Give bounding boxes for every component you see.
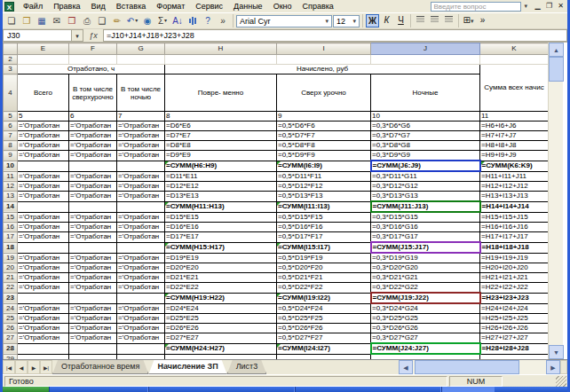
cell[interactable]: =D7*E7	[165, 131, 277, 141]
column-header-K[interactable]: K	[480, 43, 549, 55]
cell[interactable]: =H15+I15+J15	[480, 212, 549, 223]
formula-input[interactable]: =J10+J14+J18+J23+J28	[103, 29, 567, 42]
autosum-icon-dropdown[interactable]: ▾	[164, 14, 167, 27]
cell[interactable]: ='Отработан	[18, 273, 69, 283]
next-sheet-icon[interactable]: ▶	[28, 360, 40, 374]
cell[interactable]: =0,5*D25*F25	[277, 314, 371, 324]
cell[interactable]: =H19+I19+J19	[480, 253, 549, 263]
cell[interactable]: =0,5*D9*F9	[277, 151, 371, 161]
menu-item[interactable]: Окно	[268, 2, 297, 11]
cell[interactable]: =D27*E27	[165, 333, 277, 344]
cell[interactable]: В том числе ночью	[117, 74, 165, 112]
cell[interactable]: ='Отработан	[69, 232, 117, 243]
cell[interactable]: =D21*E21	[165, 273, 277, 283]
row-header-4[interactable]: 4	[4, 74, 18, 112]
cell[interactable]: =D24*E24	[165, 303, 277, 314]
cell[interactable]: =H23+I23+J23	[480, 293, 549, 303]
menu-item[interactable]: Сервис	[190, 2, 228, 11]
first-sheet-icon[interactable]: |◀	[3, 360, 15, 374]
close-icon[interactable]: ✕	[555, 1, 566, 12]
cell[interactable]: =0,5*D6*F6	[277, 122, 371, 131]
cell[interactable]: =0,5*D7*F7	[277, 131, 371, 141]
question-input[interactable]: Введите вопрос	[431, 2, 521, 12]
cell[interactable]: ='Отработан	[69, 273, 117, 283]
minimize-icon[interactable]: ▁	[532, 1, 543, 12]
row-header-16[interactable]: 16	[4, 223, 18, 232]
sort-ascending-icon[interactable]: А↓	[170, 14, 185, 28]
cell[interactable]: =0,3*D8*G8	[371, 141, 480, 151]
cell[interactable]: =0,3*D15*G15	[371, 212, 480, 223]
menu-item[interactable]: Вставка	[111, 2, 151, 11]
format-painter-icon[interactable]: ✏	[110, 14, 124, 28]
cell[interactable]: ='Отработан	[69, 131, 117, 141]
cell[interactable]: В том числе сверхурочно	[69, 74, 117, 112]
row-header-15[interactable]: 15	[4, 212, 18, 223]
cell[interactable]: =СУММ(J11:J13)	[371, 201, 480, 212]
cell[interactable]: =H17+I17+J17	[480, 232, 549, 243]
cell[interactable]: =D26*E26	[165, 324, 277, 333]
row-header-14[interactable]: 14	[4, 201, 18, 212]
cell[interactable]	[480, 55, 549, 65]
column-header-E[interactable]: E	[18, 43, 69, 55]
row-header-5[interactable]: 5	[4, 112, 18, 122]
cell[interactable]: =H18+I18+J18	[480, 242, 549, 253]
copy-icon[interactable]: ❑	[95, 14, 109, 28]
cell[interactable]	[117, 161, 165, 171]
cell[interactable]: =H28+I28+J28	[480, 343, 549, 354]
column-header-G[interactable]: G	[117, 43, 165, 55]
row-header-29[interactable]: 29	[4, 354, 18, 359]
cell[interactable]: ='Отработан	[117, 333, 165, 344]
cell[interactable]	[371, 354, 480, 359]
cell[interactable]: ='Отработан	[69, 141, 117, 151]
cell[interactable]: =0,3*D7*G7	[371, 131, 480, 141]
cell[interactable]: =D19*E19	[165, 253, 277, 263]
font-dropdown-icon[interactable]: ▾	[325, 16, 329, 27]
row-header-28[interactable]: 28	[4, 343, 18, 354]
cell[interactable]	[18, 354, 69, 359]
cell[interactable]	[69, 161, 117, 171]
cell[interactable]: =0,3*D27*G27	[371, 333, 480, 344]
cell[interactable]: =0,5*D20*F20	[277, 263, 371, 273]
new-icon[interactable]: ❏	[4, 14, 19, 28]
cell[interactable]: =H12+I12+J12	[480, 182, 549, 192]
cell[interactable]: =0,3*D13*G13	[371, 192, 480, 202]
cell[interactable]: =0,5*D19*F19	[277, 253, 371, 263]
cell[interactable]	[117, 242, 165, 253]
sheet-tab[interactable]: Отработанное время	[52, 360, 148, 374]
cell[interactable]: =0,3*D6*G6	[371, 122, 480, 131]
font-size-select[interactable]: 12 ▾	[333, 15, 360, 27]
cell[interactable]: Сумма всех начис	[480, 65, 549, 112]
column-header-I[interactable]: I	[277, 43, 371, 55]
cell[interactable]: =0,5*D21*F21	[277, 273, 371, 283]
column-header-J[interactable]: J	[371, 43, 480, 55]
undo-icon-dropdown[interactable]: ▾	[135, 14, 138, 27]
column-header-F[interactable]: F	[69, 43, 117, 55]
taskbar-button[interactable]	[295, 387, 441, 392]
cell[interactable]: Всего	[18, 74, 69, 112]
scroll-up-icon[interactable]: ▲	[549, 43, 564, 57]
cell[interactable]: =H20+I20+J20	[480, 263, 549, 273]
cell[interactable]	[117, 201, 165, 212]
cell[interactable]: ='Отработан	[69, 151, 117, 161]
cell[interactable]: =0,5*D24*F24	[277, 303, 371, 314]
cell[interactable]: ='Отработан	[69, 303, 117, 314]
cell[interactable]: ='Отработан	[69, 182, 117, 192]
cell[interactable]: =СУММ(I19:I22)	[277, 293, 371, 303]
name-box-dropdown-icon[interactable]: ▾	[72, 29, 83, 42]
cell[interactable]: ='Отработан	[69, 324, 117, 333]
cell[interactable]: =0,3*D19*G19	[371, 253, 480, 263]
cell[interactable]: =H13+I13+J13	[480, 192, 549, 202]
cell[interactable]: ='Отработан	[18, 333, 69, 344]
cell[interactable]: ='Отработан	[18, 314, 69, 324]
row-header-11[interactable]: 11	[4, 171, 18, 182]
cell[interactable]: 8	[165, 112, 277, 122]
cell[interactable]: =0,3*D16*G16	[371, 223, 480, 232]
cell[interactable]: =D6*E6	[165, 122, 277, 131]
cell[interactable]: =СУММ(J19:J22)	[371, 293, 480, 303]
row-header-26[interactable]: 26	[4, 324, 18, 333]
cell[interactable]: =0,5*D15*F15	[277, 212, 371, 223]
cell[interactable]: =0,5*D13*F13	[277, 192, 371, 202]
open-icon[interactable]: ❐	[20, 14, 34, 28]
cell[interactable]: ='Отработан	[117, 171, 165, 182]
cell[interactable]	[18, 201, 69, 212]
